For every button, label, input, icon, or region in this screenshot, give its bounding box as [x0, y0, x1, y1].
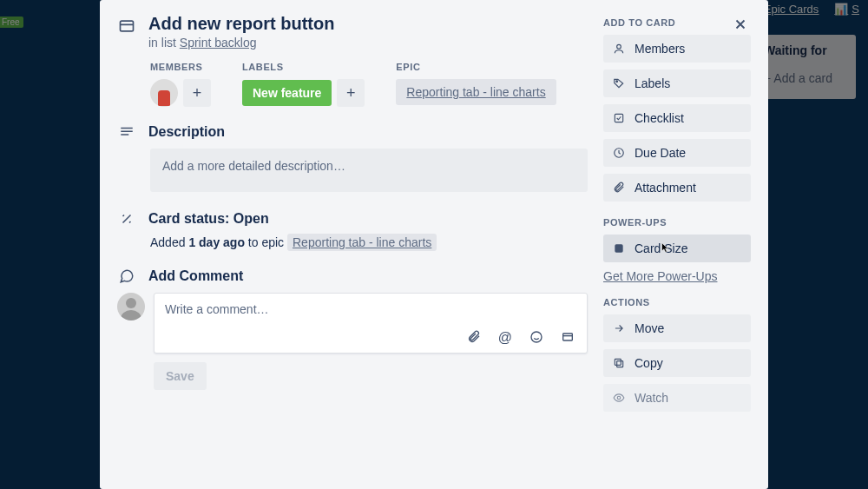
modal-sidebar: ADD TO CARD Members Labels Checklist Due…	[603, 14, 751, 419]
svg-rect-6	[563, 334, 573, 340]
tag-icon	[612, 77, 626, 89]
status-line: Added 1 day ago to epic Reporting tab - …	[150, 235, 588, 249]
sidebar-checklist-button[interactable]: Checklist	[603, 104, 751, 132]
svg-rect-0	[121, 21, 134, 31]
attach-icon[interactable]	[467, 330, 481, 346]
close-button[interactable]	[728, 12, 753, 36]
sidebar-watch-button[interactable]: Watch	[603, 384, 751, 412]
add-label-button[interactable]: +	[337, 79, 365, 107]
svg-rect-4	[121, 134, 128, 135]
comment-heading: Add Comment	[148, 268, 243, 284]
label-chip[interactable]: New feature	[242, 80, 332, 106]
sidebar-labels-button[interactable]: Labels	[603, 69, 751, 97]
comment-input[interactable]: Write a comment…	[155, 294, 587, 325]
person-icon	[612, 43, 626, 55]
description-input[interactable]: Add a more detailed description…	[150, 149, 588, 192]
card-modal: Add new report button in list Sprint bac…	[100, 0, 768, 489]
status-heading: Card status: Open	[148, 211, 269, 227]
paperclip-icon	[612, 182, 626, 194]
emoji-icon[interactable]	[529, 330, 543, 346]
comment-icon	[117, 268, 136, 284]
description-heading: Description	[148, 124, 225, 140]
copy-icon	[612, 357, 626, 369]
modal-main: Add new report button in list Sprint bac…	[117, 14, 588, 419]
cardsize-icon	[612, 242, 626, 254]
members-heading: MEMBERS	[150, 62, 211, 72]
status-epic-pill[interactable]: Reporting tab - line charts	[287, 234, 437, 251]
labels-heading: LABELS	[242, 62, 365, 72]
card-link-icon[interactable]	[561, 330, 575, 346]
labels-block: LABELS New feature +	[242, 62, 365, 107]
close-icon	[733, 17, 748, 32]
comment-box: Write a comment… @	[154, 293, 588, 354]
sidebar-attachment-button[interactable]: Attachment	[603, 174, 751, 202]
card-title[interactable]: Add new report button	[148, 14, 334, 34]
powerups-heading: POWER-UPS	[603, 217, 751, 228]
svg-rect-10	[615, 114, 622, 122]
sidebar-move-button[interactable]: Move	[603, 314, 751, 342]
mention-icon[interactable]: @	[498, 330, 512, 346]
modal-overlay: Add new report button in list Sprint bac…	[0, 0, 868, 489]
sidebar-members-button[interactable]: Members	[603, 35, 751, 63]
get-more-powerups-link[interactable]: Get More Power-Ups	[603, 269, 751, 283]
sidebar-duedate-button[interactable]: Due Date	[603, 139, 751, 167]
status-icon	[117, 211, 136, 227]
save-comment-button[interactable]: Save	[154, 362, 207, 390]
list-link[interactable]: Sprint backlog	[180, 36, 257, 50]
svg-rect-2	[121, 128, 133, 129]
epic-chip[interactable]: Reporting tab - line charts	[396, 79, 556, 105]
current-user-avatar	[117, 293, 145, 320]
svg-rect-12	[615, 244, 622, 252]
svg-rect-14	[615, 359, 621, 365]
eye-icon	[612, 392, 626, 404]
svg-point-15	[617, 396, 621, 400]
epic-block: EPIC Reporting tab - line charts	[396, 62, 556, 107]
svg-point-8	[617, 44, 621, 49]
clock-icon	[612, 147, 626, 159]
svg-point-5	[531, 332, 542, 342]
member-avatar[interactable]	[150, 79, 178, 107]
svg-rect-3	[121, 131, 133, 133]
card-list-info: in list Sprint backlog	[148, 36, 334, 50]
arrow-right-icon	[612, 322, 626, 334]
members-block: MEMBERS +	[150, 62, 211, 107]
epic-heading: EPIC	[396, 62, 556, 72]
description-icon	[117, 124, 136, 140]
checklist-icon	[612, 112, 626, 124]
actions-heading: ACTIONS	[603, 297, 751, 307]
sidebar-cardsize-button[interactable]: Card Size	[603, 235, 751, 262]
svg-point-9	[616, 81, 618, 83]
sidebar-copy-button[interactable]: Copy	[603, 349, 751, 377]
card-icon	[117, 17, 136, 35]
add-member-button[interactable]: +	[183, 79, 211, 107]
svg-rect-13	[617, 361, 623, 367]
